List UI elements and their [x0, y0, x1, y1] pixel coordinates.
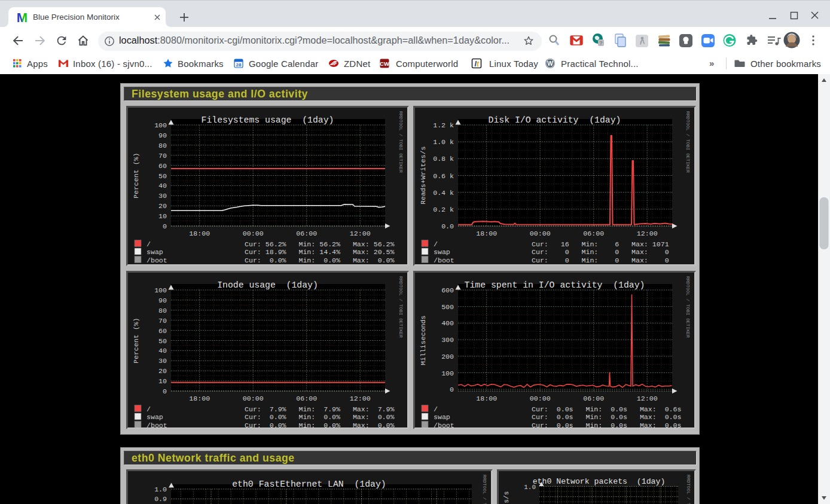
svg-text:18:00: 18:00 — [189, 395, 210, 402]
svg-text:0: 0 — [163, 387, 167, 395]
svg-text:Cur: 0.0% Min: 0.0% Max:: Cur: 0.0% Min: 0.0% Max: 0.0% — [245, 421, 395, 428]
svg-text:100: 100 — [441, 369, 454, 377]
svg-text:00:00: 00:00 — [530, 230, 551, 237]
svg-text:10: 10 — [158, 377, 167, 385]
svg-text:18:00: 18:00 — [476, 230, 497, 237]
svg-text:RRDTOOL / TOBI OETIKER: RRDTOOL / TOBI OETIKER — [685, 111, 690, 173]
svg-text:06:00: 06:00 — [296, 395, 317, 402]
svg-text:0: 0 — [450, 386, 454, 393]
svg-text:00:00: 00:00 — [243, 230, 264, 237]
svg-text:30: 30 — [158, 357, 167, 365]
svg-text:swap: swap — [147, 413, 163, 421]
svg-text:00:00: 00:00 — [243, 395, 264, 402]
svg-text:Cur: 0 Min: 0 Max:: Cur: 0 Min: 0 Max: 0 — [532, 256, 669, 264]
svg-text:0.6 k: 0.6 k — [433, 172, 454, 180]
svg-text:60: 60 — [158, 327, 167, 335]
svg-text:20: 20 — [158, 367, 167, 375]
svg-text:50: 50 — [158, 337, 167, 345]
svg-text:RRDTOOL / TOBI OETIKER: RRDTOOL / TOBI OETIKER — [482, 475, 487, 504]
svg-text:Packets/s: Packets/s — [503, 491, 510, 504]
svg-text:500: 500 — [441, 303, 454, 311]
svg-text:70: 70 — [158, 317, 167, 325]
svg-text:swap: swap — [434, 248, 450, 256]
svg-text:/boot: /boot — [147, 421, 167, 428]
svg-text:10: 10 — [158, 212, 167, 220]
svg-text:Cur: 0.0% Min: 0.0% Max:: Cur: 0.0% Min: 0.0% Max: 0.0% — [245, 256, 395, 264]
svg-text:0.2 k: 0.2 k — [433, 206, 454, 213]
svg-text:eth0 Network packets (1day): eth0 Network packets (1day) — [533, 477, 666, 486]
svg-text:Cur: 7.9% Min: 7.9% Max:: Cur: 7.9% Min: 7.9% Max: 7.9% — [245, 405, 395, 413]
svg-text:06:00: 06:00 — [583, 230, 604, 237]
svg-text:100: 100 — [154, 121, 167, 129]
svg-text:W: W — [547, 60, 553, 67]
svg-text:M: M — [17, 11, 28, 23]
svg-text:12:00: 12:00 — [637, 230, 658, 237]
svg-text:Filesystems usage (1day): Filesystems usage (1day) — [202, 115, 334, 125]
svg-text:?: ? — [599, 40, 603, 46]
svg-text:1.2 k: 1.2 k — [433, 121, 454, 129]
svg-text:12:00: 12:00 — [350, 395, 371, 402]
svg-text:0: 0 — [163, 222, 167, 230]
svg-text:/: / — [434, 405, 438, 413]
svg-text:30: 30 — [158, 192, 167, 200]
svg-text:Cur: 18.9% Min: 14.4% Max:: Cur: 18.9% Min: 14.4% Max: 20.5% — [245, 248, 395, 256]
svg-text:Cur: 0.0s Min: 0.0s Max:: Cur: 0.0s Min: 0.0s Max: 0.6s — [532, 405, 681, 413]
svg-text:0.9: 0.9 — [154, 495, 167, 503]
svg-text:12:00: 12:00 — [637, 395, 658, 402]
svg-text:/boot: /boot — [434, 421, 454, 428]
svg-text:12:00: 12:00 — [350, 230, 371, 237]
svg-text:28: 28 — [236, 62, 242, 68]
svg-text:Cur: 56.2% Min: 56.2% Max:: Cur: 56.2% Min: 56.2% Max: 56.2% — [245, 240, 395, 248]
svg-text:70: 70 — [158, 152, 167, 160]
svg-text:400: 400 — [441, 319, 454, 327]
svg-text:Milliseconds: Milliseconds — [419, 316, 427, 366]
svg-text:Cur: 0 Min: 0 Max:: Cur: 0 Min: 0 Max: 0 — [532, 248, 669, 256]
svg-text:/: / — [147, 240, 151, 248]
svg-text:Cur: 0.0s Min: 0.0s Max:: Cur: 0.0s Min: 0.0s Max: 0.0s — [532, 421, 681, 428]
svg-text:Percent (%): Percent (%) — [132, 152, 140, 198]
svg-text:RRDTOOL / TOBI OETIKER: RRDTOOL / TOBI OETIKER — [685, 276, 690, 338]
svg-text:0.4 k: 0.4 k — [433, 189, 454, 197]
svg-text:100: 100 — [154, 286, 167, 294]
svg-text:1.0: 1.0 — [154, 485, 167, 493]
svg-text:/: / — [434, 240, 438, 248]
svg-text:/boot: /boot — [147, 256, 167, 264]
svg-text:80: 80 — [158, 307, 167, 314]
svg-text:18:00: 18:00 — [189, 230, 210, 237]
svg-text:RRDTOOL / TOBI OETIKER: RRDTOOL / TOBI OETIKER — [398, 111, 403, 173]
svg-text:Inode usage (1day): Inode usage (1day) — [217, 280, 318, 290]
svg-text:swap: swap — [434, 413, 450, 421]
svg-text:Reads+Writes/s: Reads+Writes/s — [419, 146, 427, 204]
svg-text:CW: CW — [380, 60, 389, 67]
svg-text:40: 40 — [158, 347, 167, 355]
svg-text:Cur: 16 Min: 6 Max: 1: Cur: 16 Min: 6 Max: 1071 — [532, 240, 669, 248]
svg-text:300: 300 — [441, 336, 454, 344]
svg-text:0.8 k: 0.8 k — [433, 155, 454, 163]
svg-text:Time spent in I/O activity (1: Time spent in I/O activity (1day) — [465, 280, 645, 290]
svg-text:90: 90 — [158, 297, 167, 304]
svg-text:20: 20 — [158, 202, 167, 210]
svg-text:1.0 k: 1.0 k — [433, 138, 454, 146]
svg-text:Disk I/O activity (1day): Disk I/O activity (1day) — [489, 115, 621, 125]
svg-text:06:00: 06:00 — [296, 230, 317, 237]
svg-text:40: 40 — [158, 182, 167, 190]
svg-text:swap: swap — [147, 248, 163, 256]
svg-text:00:00: 00:00 — [530, 395, 551, 402]
svg-text:600: 600 — [441, 286, 454, 294]
svg-text:0.0: 0.0 — [441, 222, 454, 230]
svg-text:Cur: 0.0% Min: 0.0% Max:: Cur: 0.0% Min: 0.0% Max: 0.0% — [245, 413, 395, 421]
svg-text:200: 200 — [441, 353, 454, 361]
svg-text:60: 60 — [158, 162, 167, 170]
svg-text:RRDTOOL / TOBI OETIKER: RRDTOOL / TOBI OETIKER — [398, 276, 403, 338]
svg-text:80: 80 — [158, 142, 167, 149]
svg-text:06:00: 06:00 — [583, 395, 604, 402]
svg-text:eth0 FastEthernet LAN (1day): eth0 FastEthernet LAN (1day) — [232, 479, 386, 489]
svg-text:/boot: /boot — [434, 256, 454, 264]
svg-text:Percent (%): Percent (%) — [132, 317, 140, 364]
svg-text:Cur: 0.0s Min: 0.0s Max:: Cur: 0.0s Min: 0.0s Max: 0.0s — [532, 413, 681, 421]
svg-text:RRDTOOL / TOBI OETIKER: RRDTOOL / TOBI OETIKER — [686, 475, 691, 504]
svg-text:90: 90 — [158, 132, 167, 139]
svg-text:18:00: 18:00 — [476, 395, 497, 402]
svg-text:50: 50 — [158, 172, 167, 180]
svg-text:/: / — [147, 405, 151, 413]
